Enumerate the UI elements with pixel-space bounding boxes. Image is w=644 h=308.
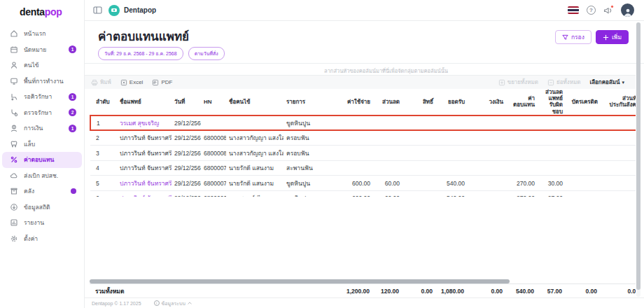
column-header[interactable]: ชื่อคนไข้ (226, 89, 284, 115)
notification-badge: 2 (69, 108, 76, 116)
column-header[interactable]: ค่าใช้จ่าย (338, 89, 373, 115)
sidebar-item-home[interactable]: หน้าแรก (2, 26, 82, 42)
app-name: Dentapop (124, 6, 156, 14)
printer-icon (91, 79, 98, 86)
table-row[interactable]: 1วรเมศ สุขเจริญ29/12/2568ขูดหินปูน (90, 115, 636, 131)
column-header[interactable]: ยอดรับ (436, 89, 468, 115)
funnel-icon (562, 34, 568, 41)
table-cell: 1 (90, 115, 117, 131)
info-icon: i (154, 300, 160, 306)
total-value: 1,200.00 (337, 284, 372, 298)
column-header[interactable]: วงเงิน (468, 89, 506, 115)
table-cell: 27.00 (538, 190, 566, 197)
patient-icon (10, 61, 18, 69)
table-cell (402, 190, 436, 197)
table-body: 1วรเมศ สุขเจริญ29/12/2568ขูดหินปูน2ปภาวร… (90, 115, 636, 197)
collapse-all-icon (547, 79, 554, 86)
sidebar-item-appointments[interactable]: นัดหมาย 1 (2, 42, 82, 58)
table-cell: 29/12/2568 (172, 176, 201, 191)
sidebar-item-label: ส่งเบิก สปสช. (24, 171, 76, 181)
column-header[interactable]: ส่วนลด (373, 89, 402, 115)
table-cell: 6800008 (201, 146, 226, 161)
vertical-scrollbar[interactable] (636, 22, 640, 297)
sidebar-item-treatment-queue[interactable]: รอคิวรักษา 1 (2, 89, 82, 105)
table-cell: นางสาวกัญญา แสงใส (226, 130, 284, 146)
announcements-icon[interactable] (603, 6, 613, 15)
table-cell (468, 115, 506, 131)
expand-all-button[interactable]: ขยายทั้งหมด (498, 78, 538, 87)
sidebar-item-lab[interactable]: แล็บ (2, 136, 82, 153)
notification-dot (610, 5, 614, 8)
doctor-name-cell: ปภาวรินท์ จันทราศรี (117, 160, 172, 176)
column-header[interactable]: ส่วนหัก ประกันสังคม (601, 89, 636, 115)
sidebar-item-label: แล็บ (24, 139, 76, 149)
sidebar-item-compensation[interactable]: ค่าตอบแทน (2, 152, 82, 168)
table-row[interactable]: 4ปภาวรินท์ จันทราศรี29/12/25686800007นาย… (90, 160, 636, 176)
export-excel-button[interactable]: Excel (120, 79, 144, 86)
column-header[interactable]: ค่าตอบแทน (506, 89, 538, 115)
top-bar: Dentapop ? (85, 0, 644, 21)
column-header[interactable]: HN (201, 89, 226, 115)
doctor-name-cell[interactable]: วรเมศ สุขเจริญ (117, 115, 172, 131)
table-cell: 3 (90, 146, 117, 161)
sidebar-item-patients[interactable]: คนไข้ (2, 57, 82, 74)
sidebar-item-label: รอคิวรักษา (24, 92, 69, 102)
sidebar-item-inventory[interactable]: คลัง (2, 183, 82, 200)
table-cell (338, 130, 373, 146)
sidebar-item-settings[interactable]: ตั้งค่า (2, 231, 82, 247)
sidebar-item-finance[interactable]: การเงิน 1 (2, 120, 82, 136)
sidebar-toggle-icon[interactable] (93, 6, 102, 14)
system-info-toggle[interactable]: i ข้อมูลระบบ (154, 300, 192, 307)
total-value: 120.00 (372, 284, 402, 298)
dental-chair-icon (10, 92, 18, 101)
order-date-filter-chip[interactable]: ตามวันที่สั่ง (188, 47, 225, 60)
doctor-name-cell[interactable]: ปภาวรินท์ จันทราศรี (117, 176, 172, 191)
divider (85, 63, 644, 64)
sidebar-item-reports[interactable]: รายงาน (2, 215, 82, 231)
table-cell: ครอบฟัน (284, 130, 338, 146)
doctor-name-cell[interactable]: ปภาวรินท์ จันทราศรี (117, 190, 172, 197)
language-flag-icon[interactable] (568, 6, 579, 14)
total-value: 540.00 (505, 284, 537, 298)
table-cell: 4 (90, 160, 117, 176)
sidebar-item-examination[interactable]: ตรวจรักษา 2 (2, 105, 82, 121)
report-icon (10, 218, 18, 227)
column-header[interactable]: บัตรเครดิต (566, 89, 601, 115)
sidebar-item-statistics[interactable]: ข้อมูลสถิติ (2, 200, 82, 216)
sidebar-item-nhso-claims[interactable]: ส่งเบิก สปสช. (2, 168, 82, 184)
table-row[interactable]: 2ปภาวรินท์ จันทราศรี29/12/25686800008นาง… (90, 130, 636, 146)
sidebar-item-workspace[interactable]: พื้นที่การทำงาน (2, 74, 82, 90)
table-cell: 29/12/2568 (172, 190, 201, 197)
table-cell (201, 115, 226, 131)
date-filter-chip[interactable]: วันที่: 29 ธ.ค. 2568 - 29 ธ.ค. 2568 (98, 47, 183, 60)
sidebar-item-label: คนไข้ (24, 60, 76, 70)
table-cell (373, 160, 402, 176)
column-header[interactable]: สิทธิ์ (402, 89, 436, 115)
column-header[interactable]: ชื่อแพทย์ (117, 89, 172, 115)
total-value: 0.00 (565, 284, 600, 298)
notification-badge: 1 (69, 93, 76, 101)
add-button[interactable]: เพิ่ม (596, 30, 629, 44)
logo-text-pop: pop (45, 6, 62, 18)
user-avatar[interactable] (621, 4, 634, 17)
collapse-all-button[interactable]: ย่อทั้งหมด (547, 78, 580, 87)
table-cell (436, 115, 468, 131)
table-cell (566, 115, 601, 131)
table-row[interactable]: 6ปภาวรินท์ จันทราศรี29/12/25686800006นาย… (90, 190, 636, 197)
plus-icon (603, 34, 609, 41)
filter-button[interactable]: กรอง (555, 30, 592, 44)
table-row[interactable]: 5ปภาวรินท์ จันทราศรี29/12/25686800007นาย… (90, 176, 636, 191)
table-row[interactable]: 3ปภาวรินท์ จันทราศรี29/12/25686800008นาง… (90, 146, 636, 161)
totals-bar: รวมทั้งหมด 1,200.00 120.00 0.00 1,080.00… (90, 284, 636, 298)
column-header[interactable]: ส่วนลดแพทย์ รับผิดชอบ (538, 89, 566, 115)
column-header[interactable]: ลำดับ (90, 89, 117, 115)
table-cell: 29/12/2568 (172, 115, 201, 131)
choose-columns-button[interactable]: เลือกคอลัมน์ ▾ (589, 78, 624, 87)
export-pdf-button[interactable]: PDF (152, 79, 172, 86)
column-header[interactable]: รายการ (284, 89, 338, 115)
column-header[interactable]: วันที่ (172, 89, 201, 115)
sidebar-item-label: หน้าแรก (24, 29, 76, 38)
help-icon[interactable]: ? (587, 6, 596, 15)
table-cell (506, 160, 538, 176)
print-button[interactable]: พิมพ์ (91, 78, 111, 87)
